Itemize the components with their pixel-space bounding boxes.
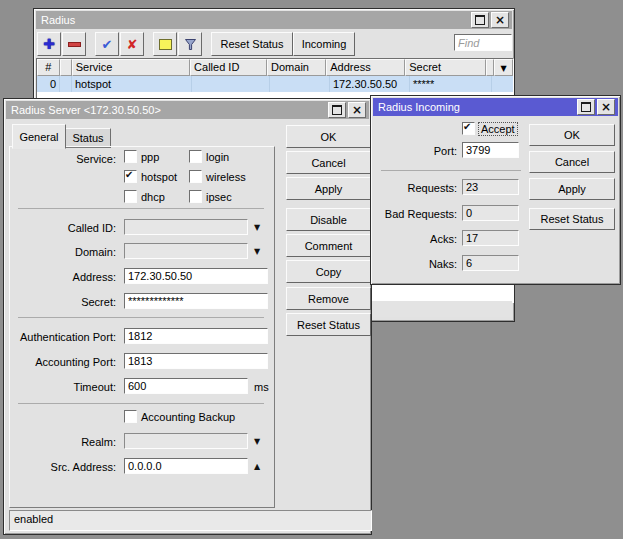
- cell-flags: [60, 76, 72, 92]
- desktop: { "colors": { "desktop": "#8f8f8f", "win…: [0, 0, 623, 539]
- auth-port-input[interactable]: [124, 328, 268, 344]
- ok-button[interactable]: OK: [529, 124, 615, 146]
- maximize-icon[interactable]: [328, 102, 346, 118]
- called-id-field: [124, 219, 248, 235]
- column-header-address[interactable]: Address: [326, 59, 405, 76]
- acct-port-input[interactable]: [124, 353, 268, 369]
- checkbox-dhcp[interactable]: dhcp: [124, 190, 165, 203]
- checkbox-login[interactable]: login: [189, 150, 229, 163]
- close-icon[interactable]: ×: [491, 12, 509, 28]
- address-input[interactable]: [124, 268, 268, 284]
- checkbox-ppp[interactable]: ppp: [124, 150, 159, 163]
- realm-field: [124, 433, 248, 449]
- disable-button[interactable]: ✘: [120, 32, 144, 56]
- comment-button[interactable]: [153, 32, 177, 56]
- radius-incoming-titlebar[interactable]: Radius Incoming ×: [373, 98, 618, 116]
- chevron-down-icon[interactable]: ▼: [254, 437, 260, 447]
- remove-button[interactable]: [62, 32, 86, 56]
- filter-button[interactable]: [178, 32, 202, 56]
- acct-port-label: Accounting Port:: [12, 355, 116, 369]
- checkbox-wireless[interactable]: wireless: [189, 170, 246, 183]
- tab-status[interactable]: Status: [65, 128, 111, 148]
- column-header-service[interactable]: Service: [72, 59, 190, 76]
- chevron-down-icon: ▼: [501, 64, 507, 73]
- radius-window-title: Radius: [41, 14, 75, 26]
- checkbox-accounting-backup[interactable]: Accounting Backup: [124, 410, 235, 423]
- acks-label: Acks:: [379, 232, 457, 246]
- incoming-button[interactable]: Incoming: [293, 32, 355, 56]
- chevron-down-icon[interactable]: ▼: [254, 223, 260, 233]
- column-header-filler: [486, 59, 494, 76]
- bad-requests-label: Bad Requests:: [379, 207, 457, 221]
- close-icon[interactable]: ×: [348, 102, 366, 118]
- radius-server-title: Radius Server <172.30.50.50>: [11, 104, 161, 116]
- find-input[interactable]: [454, 34, 512, 51]
- cell-address: 172.30.50.50: [330, 76, 410, 92]
- tab-general[interactable]: General: [12, 124, 66, 149]
- reset-status-button[interactable]: Reset Status: [529, 208, 615, 230]
- src-address-input[interactable]: [124, 458, 248, 474]
- domain-field: [124, 243, 248, 259]
- separator: [18, 403, 264, 404]
- table-header-row: # Service Called ID Domain Address Secre…: [37, 59, 513, 76]
- timeout-unit-label: ms: [254, 380, 269, 394]
- radius-server-dialog: Radius Server <172.30.50.50> × General S…: [3, 98, 372, 535]
- note-icon: [159, 39, 172, 50]
- column-header-flags[interactable]: [60, 59, 72, 76]
- reset-status-button[interactable]: Reset Status: [286, 313, 371, 336]
- column-header-secret[interactable]: Secret: [405, 59, 486, 76]
- ok-button[interactable]: OK: [286, 125, 371, 148]
- service-label: Service:: [12, 152, 116, 166]
- check-icon: ✔: [102, 37, 113, 52]
- requests-label: Requests:: [379, 181, 457, 195]
- naks-label: Naks:: [379, 257, 457, 271]
- maximize-icon[interactable]: [577, 99, 595, 115]
- port-input[interactable]: [462, 142, 519, 158]
- chevron-up-icon[interactable]: ▲: [254, 462, 260, 472]
- checkbox-accept[interactable]: Accept: [462, 122, 517, 135]
- checkbox-hotspot[interactable]: hotspot: [124, 170, 177, 183]
- separator: [381, 170, 521, 171]
- secret-input[interactable]: [124, 293, 268, 309]
- auth-port-label: Authentication Port:: [12, 330, 116, 344]
- cancel-button[interactable]: Cancel: [286, 151, 371, 174]
- add-button[interactable]: ✚: [37, 32, 61, 56]
- column-select-button[interactable]: ▼: [494, 59, 513, 76]
- disable-button[interactable]: Disable: [286, 208, 371, 231]
- maximize-icon[interactable]: [471, 12, 489, 28]
- minus-icon: [68, 42, 81, 47]
- apply-button[interactable]: Apply: [286, 177, 371, 200]
- domain-label: Domain:: [12, 245, 116, 259]
- column-header-called-id[interactable]: Called ID: [190, 59, 267, 76]
- radius-server-titlebar[interactable]: Radius Server <172.30.50.50> ×: [6, 101, 369, 119]
- realm-label: Realm:: [12, 435, 116, 449]
- checkbox-ipsec[interactable]: ipsec: [189, 190, 232, 203]
- port-label: Port:: [379, 144, 457, 158]
- cell-secret: *****: [410, 76, 492, 92]
- remove-button[interactable]: Remove: [286, 287, 371, 310]
- cell-called-id: [192, 76, 270, 92]
- column-header-domain[interactable]: Domain: [267, 59, 326, 76]
- called-id-label: Called ID:: [12, 221, 116, 235]
- close-icon[interactable]: ×: [597, 99, 615, 115]
- radius-window-titlebar[interactable]: Radius ×: [36, 11, 512, 29]
- cell-index: 0: [37, 76, 60, 92]
- cancel-button[interactable]: Cancel: [529, 151, 615, 173]
- radius-incoming-dialog: Radius Incoming × Accept Port: Requests:…: [370, 95, 621, 285]
- cell-service: hotspot: [72, 76, 192, 92]
- copy-button[interactable]: Copy: [286, 260, 371, 283]
- timeout-label: Timeout:: [12, 380, 116, 394]
- table-row[interactable]: 0 hotspot 172.30.50.50 *****: [37, 76, 513, 92]
- reset-status-button[interactable]: Reset Status: [211, 32, 293, 56]
- naks-field: 6: [462, 255, 519, 271]
- column-header-index[interactable]: #: [37, 59, 60, 76]
- plus-icon: ✚: [43, 36, 55, 52]
- enable-button[interactable]: ✔: [95, 32, 119, 56]
- cross-icon: ✘: [127, 37, 138, 52]
- chevron-down-icon[interactable]: ▼: [254, 247, 260, 257]
- radius-incoming-title: Radius Incoming: [378, 101, 460, 113]
- cell-domain: [270, 76, 330, 92]
- apply-button[interactable]: Apply: [529, 178, 615, 200]
- timeout-input[interactable]: [124, 378, 248, 394]
- comment-button[interactable]: Comment: [286, 234, 371, 257]
